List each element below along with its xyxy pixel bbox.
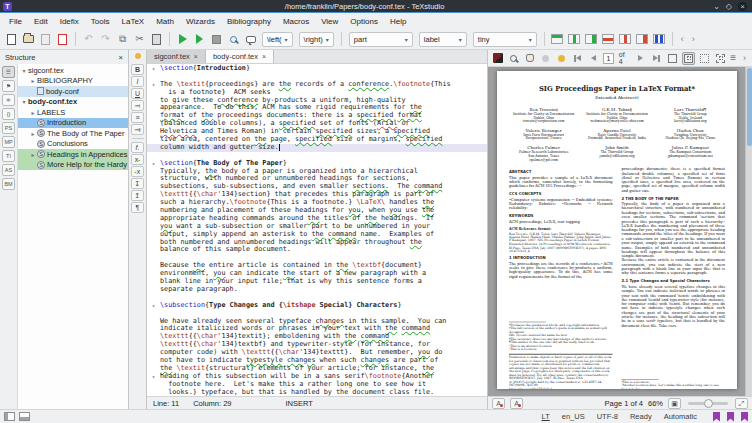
table-remove-row-icon[interactable] [601, 32, 616, 47]
menu-help[interactable]: Help [384, 15, 412, 28]
side-tab-ti[interactable]: TI [2, 150, 15, 162]
pdf-font-option-icon[interactable]: A [492, 398, 505, 409]
menu-math[interactable]: Math [150, 15, 180, 28]
menu-latex[interactable]: LaTeX [116, 15, 151, 28]
expander-icon[interactable]: ▸ [29, 109, 37, 116]
save-button[interactable] [38, 32, 53, 47]
last-page-button[interactable] [650, 52, 663, 65]
fold-margin[interactable] [147, 175, 160, 183]
fold-margin[interactable] [147, 286, 160, 294]
fit-width-button[interactable] [682, 52, 695, 65]
bookmark-icon-2[interactable] [727, 412, 734, 422]
expander-icon[interactable]: ▸ [29, 77, 37, 84]
tree-item-body-conf[interactable]: body-conf [18, 86, 128, 97]
fold-margin[interactable] [147, 333, 160, 341]
maximize-button[interactable]: ◇ [726, 2, 732, 11]
undo-button[interactable]: ↶ [81, 32, 96, 47]
menu-edit[interactable]: Edit [28, 15, 54, 28]
tab-sigconf-tex[interactable]: sigconf.tex× [147, 50, 206, 63]
fold-margin[interactable] [147, 89, 160, 97]
redo-button[interactable]: ↷ [98, 32, 113, 47]
previous-button[interactable]: ‹ [678, 34, 687, 44]
fold-margin[interactable] [147, 223, 160, 231]
pdf-document-icon[interactable] [491, 52, 504, 65]
code-line-31[interactable]: ▾\subsection{Type Changes and {\itshape … [147, 302, 487, 310]
fold-margin[interactable] [147, 112, 160, 120]
fold-margin[interactable] [147, 207, 160, 215]
bold-button[interactable]: B [131, 64, 144, 75]
fold-margin[interactable] [147, 325, 160, 333]
close-button[interactable]: × [738, 2, 747, 11]
next-page-button[interactable] [634, 52, 647, 65]
right-delimiter-dropdown[interactable]: \right)▾ [299, 32, 334, 47]
table-paste-column-icon[interactable] [584, 32, 599, 47]
pdf-magnifier-icon[interactable] [507, 52, 520, 65]
fold-margin[interactable] [147, 341, 160, 349]
side-tab-as[interactable]: AS [2, 164, 15, 176]
menu-idefix[interactable]: Idefix [54, 15, 85, 28]
sectioning-dropdown[interactable]: part▾ [349, 32, 413, 47]
language-status[interactable]: en_US [562, 412, 585, 421]
fold-margin[interactable] [147, 215, 160, 223]
fit-page-button[interactable] [698, 52, 711, 65]
zoom-original-button[interactable]: ▣ [668, 398, 681, 409]
align-left-icon[interactable]: ⫤ [131, 100, 144, 111]
copy-button[interactable]: ⧉ [115, 32, 130, 47]
fold-margin[interactable] [147, 254, 160, 262]
side-tab-symbols[interactable]: ✳ [2, 94, 15, 106]
next-button[interactable]: › [689, 34, 698, 44]
reference-dropdown[interactable]: label▾ [419, 32, 467, 47]
tab-close-icon[interactable]: × [262, 53, 266, 60]
fold-margin[interactable] [147, 136, 160, 144]
tree-item-introduction[interactable]: SIntroduction [18, 118, 128, 129]
pdf-expand-icon[interactable]: › [740, 53, 749, 63]
code-line-11[interactable]: column width and gutter size. [147, 144, 487, 152]
fullscreen-button[interactable]: ⤢ [735, 398, 748, 409]
structure-close-icon[interactable]: × [119, 53, 123, 62]
misc-format-icon[interactable]: ¶ [131, 202, 144, 213]
fold-marker-icon[interactable]: ▾ [147, 160, 160, 168]
fold-margin[interactable] [147, 73, 160, 81]
fold-margin[interactable] [147, 262, 160, 270]
fold-margin[interactable] [147, 389, 160, 396]
pdf-menu-icon[interactable]: ≡ [730, 53, 736, 63]
fold-margin[interactable] [147, 365, 160, 373]
tree-item-headings-in-appendices[interactable]: ▸SHeadings in Appendices [18, 149, 128, 160]
fold-margin[interactable] [147, 246, 160, 254]
arrow-up-icon[interactable]: ↥ [131, 190, 144, 201]
tab-close-icon[interactable]: × [194, 53, 198, 60]
pdf-font-option2-icon[interactable]: A [510, 398, 523, 409]
fold-margin[interactable] [147, 381, 160, 389]
table-sort-icon[interactable] [652, 32, 667, 47]
menu-file[interactable]: File [3, 15, 28, 28]
log-button[interactable] [243, 32, 258, 47]
fold-margin[interactable] [147, 239, 160, 247]
fit-text-button[interactable] [714, 52, 727, 65]
typewriter-button[interactable]: f. [131, 142, 144, 153]
fold-margin[interactable] [147, 318, 160, 326]
tree-item-bibliography[interactable]: ▸BIBLIOGRAPHY [18, 76, 128, 87]
stop-button[interactable] [209, 32, 224, 47]
view-pdf-button[interactable] [226, 32, 241, 47]
fold-margin[interactable] [147, 349, 160, 357]
cut-button[interactable]: ✂ [132, 32, 147, 47]
open-file-button[interactable] [21, 32, 36, 47]
tree-item-labels[interactable]: ▸LABELS [18, 107, 128, 118]
page-number-input[interactable]: 1 [603, 53, 614, 64]
menu-bibliography[interactable]: Bibliography [221, 15, 277, 28]
highlighting-mode-status[interactable]: Automatic [664, 412, 697, 421]
expander-icon[interactable]: ▸ [29, 151, 37, 158]
minimize-button[interactable]: ⌄ [713, 2, 720, 11]
code-line-42[interactable]: looks.} typeface, but that is handled by… [147, 389, 487, 396]
fold-margin[interactable] [147, 191, 160, 199]
compile-button[interactable] [192, 32, 207, 47]
menu-tools[interactable]: Tools [85, 15, 116, 28]
fold-marker-icon[interactable]: ▾ [147, 373, 160, 381]
superscript-button[interactable]: ▪x [131, 166, 144, 177]
paste-button[interactable] [149, 32, 164, 47]
tab-body-conf-tex[interactable]: body-conf.tex× [206, 50, 274, 63]
tree-item-body-conf-tex[interactable]: ▾body-conf.tex [18, 97, 128, 108]
expander-icon[interactable]: ▸ [29, 130, 37, 137]
left-delimiter-dropdown[interactable]: \left(▾ [262, 32, 293, 47]
fold-margin[interactable] [147, 168, 160, 176]
